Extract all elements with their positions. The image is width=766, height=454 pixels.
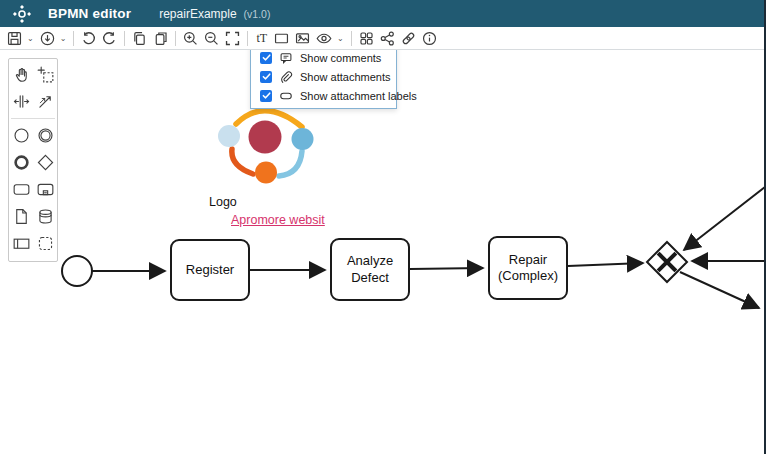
- paste-icon: [152, 30, 169, 47]
- flow-outgoing-bottom-right[interactable]: [680, 272, 759, 308]
- intermediate-event-icon: [36, 126, 55, 145]
- data-object-icon: [12, 207, 31, 226]
- create-group[interactable]: [33, 230, 57, 257]
- end-event-icon: [12, 153, 31, 172]
- redo-icon: [101, 30, 118, 47]
- download-icon: [39, 30, 56, 47]
- start-event[interactable]: [62, 256, 92, 286]
- shape-button[interactable]: [271, 28, 292, 48]
- create-subprocess[interactable]: [33, 176, 57, 203]
- check-icon: [262, 72, 271, 81]
- menu-item-label: Show attachment labels: [300, 90, 417, 102]
- comment-icon: [279, 51, 293, 65]
- zoom-in-button[interactable]: [180, 28, 201, 48]
- info-button[interactable]: [419, 28, 440, 48]
- visibility-button[interactable]: [313, 28, 335, 48]
- create-end-event[interactable]: [9, 149, 33, 176]
- task-repair-complex[interactable]: Repair (Complex): [488, 236, 568, 300]
- link-icon: [400, 30, 417, 47]
- show-attachments-checkbox[interactable]: [260, 71, 272, 83]
- link-button[interactable]: [398, 28, 419, 48]
- zoom-in-icon: [182, 30, 199, 47]
- paste-button[interactable]: [150, 28, 171, 48]
- start-event-icon: [12, 126, 31, 145]
- flow-incoming-top-right[interactable]: [684, 187, 765, 250]
- toolbar-separator: [247, 31, 248, 46]
- paperclip-icon: [279, 70, 293, 84]
- file-name: repairExample: [159, 7, 236, 21]
- create-gateway[interactable]: [33, 149, 57, 176]
- space-tool[interactable]: [9, 88, 33, 115]
- image-icon: [294, 30, 311, 47]
- show-attachment-labels-checkbox[interactable]: [260, 90, 272, 102]
- visibility-dropdown-menu: Show comments Show attachments: [250, 44, 397, 109]
- menu-item-label: Show comments: [300, 52, 381, 64]
- task-register[interactable]: Register: [170, 239, 250, 301]
- save-dropdown-chevron[interactable]: ⌄: [25, 29, 36, 49]
- redo-button[interactable]: [99, 28, 120, 48]
- task-analyze-defect[interactable]: Analyze Defect: [330, 238, 410, 301]
- task-label: Repair (Complex): [496, 252, 560, 285]
- task-label: Register: [186, 262, 234, 278]
- menu-item-show-comments[interactable]: Show comments: [251, 48, 396, 67]
- task-icon: [12, 180, 31, 199]
- hand-icon: [12, 65, 31, 84]
- global-connect-tool[interactable]: [33, 88, 57, 115]
- task-label: Analyze Defect: [338, 253, 402, 286]
- grid-button[interactable]: [356, 28, 377, 48]
- menu-item-show-attachments[interactable]: Show attachments: [251, 67, 396, 86]
- zoom-out-button[interactable]: [201, 28, 222, 48]
- create-intermediate-event[interactable]: [33, 122, 57, 149]
- lasso-icon: [36, 65, 55, 84]
- diagram-canvas[interactable]: Logo Apromore websit: [0, 51, 766, 454]
- save-icon: [6, 30, 23, 47]
- toolbar-separator: [73, 31, 74, 46]
- grid-icon: [358, 30, 375, 47]
- image-button[interactable]: [292, 28, 313, 48]
- check-icon: [262, 91, 271, 100]
- label-icon: [279, 89, 293, 103]
- export-button[interactable]: [37, 28, 58, 48]
- create-participant[interactable]: [9, 230, 33, 257]
- rectangle-icon: [273, 30, 290, 47]
- share-icon: [379, 30, 396, 47]
- exclusive-gateway[interactable]: [647, 242, 687, 282]
- visibility-dropdown-chevron[interactable]: ⌄: [335, 29, 346, 49]
- fit-viewport-button[interactable]: [222, 28, 243, 48]
- toolbar: ⌄ ⌄: [0, 27, 766, 50]
- space-tool-icon: [12, 92, 31, 111]
- text-tool-icon: tT: [254, 32, 269, 44]
- flow-analyze-to-repair[interactable]: [410, 268, 483, 269]
- share-button[interactable]: [377, 28, 398, 48]
- create-data-store[interactable]: [33, 203, 57, 230]
- undo-icon: [80, 30, 97, 47]
- palette: [8, 58, 58, 262]
- participant-icon: [12, 234, 31, 253]
- palette-separator: [11, 118, 55, 119]
- create-data-object[interactable]: [9, 203, 33, 230]
- toolbar-separator: [124, 31, 125, 46]
- undo-button[interactable]: [78, 28, 99, 48]
- lasso-tool[interactable]: [33, 61, 57, 88]
- subprocess-icon: [36, 180, 55, 199]
- export-dropdown-chevron[interactable]: ⌄: [58, 29, 69, 49]
- create-start-event[interactable]: [9, 122, 33, 149]
- group-icon: [36, 234, 55, 253]
- create-task[interactable]: [9, 176, 33, 203]
- check-icon: [262, 53, 271, 62]
- file-version: (v1.0): [244, 8, 271, 20]
- show-comments-checkbox[interactable]: [260, 52, 272, 64]
- gateway-icon: [36, 153, 55, 172]
- fit-viewport-icon: [224, 30, 241, 47]
- data-store-icon: [36, 207, 55, 226]
- flow-repair-to-gateway[interactable]: [568, 263, 643, 266]
- copy-button[interactable]: [129, 28, 150, 48]
- menu-item-label: Show attachments: [300, 71, 391, 83]
- menu-item-show-attachment-labels[interactable]: Show attachment labels: [251, 86, 396, 105]
- hand-tool[interactable]: [9, 61, 33, 88]
- save-button[interactable]: [4, 28, 25, 48]
- text-annotation-button[interactable]: tT: [252, 28, 271, 48]
- app-header: BPMN editor repairExample (v1.0): [0, 0, 766, 27]
- zoom-out-icon: [203, 30, 220, 47]
- bpmn-editor-app: BPMN editor repairExample (v1.0) ⌄ ⌄: [0, 0, 766, 454]
